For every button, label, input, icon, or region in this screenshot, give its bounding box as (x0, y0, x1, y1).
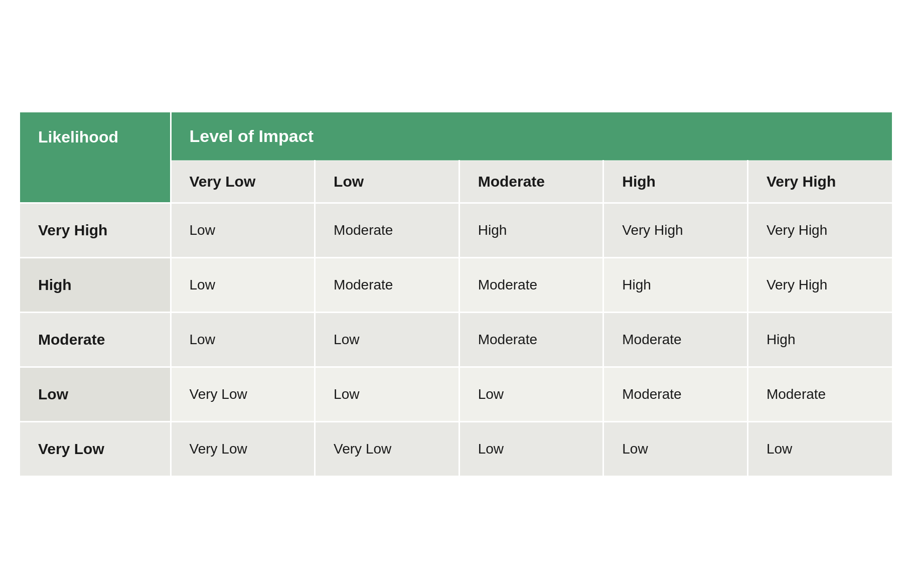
cell-r3-c3: Moderate (603, 367, 748, 422)
col-header-low: Low (315, 161, 460, 203)
risk-matrix-table: Likelihood Level of Impact Very Low Low … (20, 112, 892, 476)
row-label-low: Low (20, 367, 171, 422)
cell-r4-c3: Low (603, 422, 748, 476)
cell-r4-c1: Very Low (315, 422, 460, 476)
impact-header: Level of Impact (171, 112, 892, 161)
col-header-moderate: Moderate (459, 161, 603, 203)
cell-r1-c0: Low (171, 258, 315, 313)
cell-r3-c4: Moderate (747, 367, 892, 422)
likelihood-label: Likelihood (38, 128, 118, 146)
subheader-row: Very Low Low Moderate High Very High (20, 161, 892, 203)
cell-r0-c3: Very High (603, 203, 748, 258)
cell-r1-c3: High (603, 258, 748, 313)
cell-r3-c0: Very Low (171, 367, 315, 422)
row-label-very-high: Very High (20, 203, 171, 258)
likelihood-label-cell (20, 161, 171, 203)
table-row: ModerateLowLowModerateModerateHigh (20, 313, 892, 367)
row-label-high: High (20, 258, 171, 313)
cell-r1-c1: Moderate (315, 258, 460, 313)
table-row: Very LowVery LowVery LowLowLowLow (20, 422, 892, 476)
cell-r0-c4: Very High (747, 203, 892, 258)
row-label-very-low: Very Low (20, 422, 171, 476)
cell-r2-c3: Moderate (603, 313, 748, 367)
cell-r4-c2: Low (459, 422, 603, 476)
cell-r1-c4: Very High (747, 258, 892, 313)
cell-r0-c2: High (459, 203, 603, 258)
cell-r2-c2: Moderate (459, 313, 603, 367)
col-header-very-low: Very Low (171, 161, 315, 203)
cell-r2-c0: Low (171, 313, 315, 367)
table-row: Very HighLowModerateHighVery HighVery Hi… (20, 203, 892, 258)
impact-label: Level of Impact (190, 126, 314, 145)
table-wrapper: Likelihood Level of Impact Very Low Low … (0, 0, 912, 588)
cell-r3-c2: Low (459, 367, 603, 422)
header-row: Likelihood Level of Impact (20, 112, 892, 161)
row-label-moderate: Moderate (20, 313, 171, 367)
cell-r0-c0: Low (171, 203, 315, 258)
cell-r4-c4: Low (747, 422, 892, 476)
cell-r2-c1: Low (315, 313, 460, 367)
col-header-very-high: Very High (747, 161, 892, 203)
table-row: HighLowModerateModerateHighVery High (20, 258, 892, 313)
cell-r4-c0: Very Low (171, 422, 315, 476)
cell-r0-c1: Moderate (315, 203, 460, 258)
cell-r1-c2: Moderate (459, 258, 603, 313)
col-header-high: High (603, 161, 748, 203)
table-row: LowVery LowLowLowModerateModerate (20, 367, 892, 422)
table-body: Very HighLowModerateHighVery HighVery Hi… (20, 203, 892, 476)
cell-r3-c1: Low (315, 367, 460, 422)
likelihood-header: Likelihood (20, 112, 171, 161)
cell-r2-c4: High (747, 313, 892, 367)
